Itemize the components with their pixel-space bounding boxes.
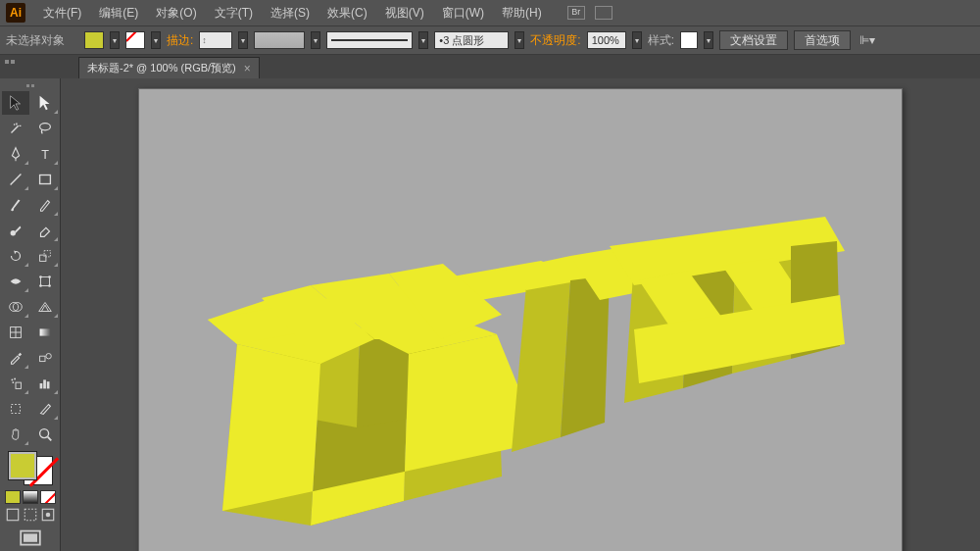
svg-rect-7 [40,277,49,286]
preferences-button[interactable]: 首选项 [794,30,851,50]
paintbrush-tool[interactable] [2,193,29,217]
pencil-tool[interactable] [31,193,59,217]
svg-point-22 [14,378,16,380]
svg-rect-24 [39,383,42,388]
screen-mode-button[interactable] [17,527,44,551]
close-tab-icon[interactable]: × [244,62,251,75]
eraser-tool[interactable] [31,219,59,242]
svg-line-2 [10,175,21,185]
svg-rect-20 [16,383,21,389]
draw-behind-icon[interactable] [23,508,38,522]
stroke-profile-dropdown[interactable]: ▾ [418,31,428,49]
artboard-tool[interactable] [2,397,29,421]
gradient-tool[interactable] [31,321,59,344]
stroke-label[interactable]: 描边: [167,32,193,49]
stroke-weight-dropdown[interactable]: ▾ [238,31,248,49]
type-tool[interactable]: T [31,142,59,166]
fill-swatch[interactable] [84,31,104,49]
svg-rect-25 [43,380,46,389]
symbol-sprayer-tool[interactable] [2,372,29,395]
style-label: 样式: [648,32,674,49]
shape-builder-tool[interactable] [2,295,29,319]
line-tool[interactable] [2,168,29,191]
eyedropper-tool[interactable] [2,346,29,370]
draw-normal-icon[interactable] [5,508,21,522]
svg-point-33 [45,513,50,518]
selection-status: 未选择对象 [6,32,65,49]
opacity-field[interactable]: 100% [587,31,626,49]
menu-edit[interactable]: 编辑(E) [91,1,146,25]
document-tab[interactable]: 未标题-2* @ 100% (RGB/预览) × [78,57,260,78]
toolbox-drag-handle[interactable] [0,82,60,89]
menu-window[interactable]: 窗口(W) [434,1,492,25]
free-transform-tool[interactable] [31,270,59,293]
lasso-tool[interactable] [31,117,59,140]
svg-point-23 [12,382,14,384]
svg-point-0 [39,124,50,130]
menu-file[interactable]: 文件(F) [35,1,89,25]
direct-selection-tool[interactable] [31,91,59,115]
perspective-grid-tool[interactable] [31,295,59,319]
svg-rect-31 [24,509,35,520]
graphic-style-swatch[interactable] [680,31,698,49]
svg-rect-35 [24,533,37,541]
gradient-mode-icon[interactable] [23,490,38,504]
fill-dropdown[interactable]: ▾ [110,31,120,49]
hand-tool[interactable] [2,423,29,446]
menu-view[interactable]: 视图(V) [377,1,432,25]
opacity-label[interactable]: 不透明度: [530,32,580,49]
draw-inside-icon[interactable] [40,508,56,522]
fill-color-swatch[interactable] [9,452,36,479]
zoom-tool[interactable] [31,423,59,446]
color-mode-icon[interactable] [5,490,21,504]
blend-tool[interactable] [31,346,59,370]
toolbox: T [0,78,61,551]
menu-bar: Ai 文件(F) 编辑(E) 对象(O) 文字(T) 选择(S) 效果(C) 视… [0,0,980,25]
blob-brush-tool[interactable] [2,219,29,242]
control-bar: 未选择对象 ▾ ▾ 描边: ↕ ▾ ▾ ▾ • 3 点圆形 ▾ 不透明度: 10… [0,25,980,55]
brush-definition[interactable]: • 3 点圆形 [434,31,509,49]
slice-tool[interactable] [31,397,59,421]
menu-type[interactable]: 文字(T) [207,1,261,25]
none-mode-icon[interactable] [40,490,56,504]
svg-point-9 [48,276,51,279]
brush-dropdown[interactable]: ▾ [514,31,524,49]
stroke-dropdown[interactable]: ▾ [151,31,161,49]
stroke-swatch[interactable] [125,31,145,49]
svg-point-10 [39,285,42,288]
canvas-area[interactable] [61,78,980,551]
opacity-dropdown[interactable]: ▾ [632,31,642,49]
svg-rect-6 [44,251,50,257]
svg-rect-18 [39,357,44,362]
selection-tool[interactable] [2,91,29,115]
mesh-tool[interactable] [2,321,29,344]
style-dropdown[interactable]: ▾ [704,31,713,49]
rectangle-tool[interactable] [31,168,59,191]
pen-tool[interactable] [2,142,29,166]
document-setup-button[interactable]: 文档设置 [719,30,788,50]
panel-drag-handle[interactable] [0,57,20,67]
svg-point-4 [10,230,15,235]
artboard[interactable] [138,88,903,551]
column-graph-tool[interactable] [31,372,59,395]
stroke-profile[interactable] [326,31,413,49]
arrange-docs-icon[interactable] [595,6,612,20]
menu-effect[interactable]: 效果(C) [319,1,375,25]
menu-select[interactable]: 选择(S) [263,1,318,25]
magic-wand-tool[interactable] [2,117,29,140]
scale-tool[interactable] [31,244,59,268]
menu-object[interactable]: 对象(O) [148,1,204,25]
rotate-tool[interactable] [2,244,29,268]
menu-help[interactable]: 帮助(H) [494,1,550,25]
stroke-weight-field[interactable]: ↕ [199,31,232,49]
fill-stroke-picker[interactable] [9,452,52,484]
width-tool[interactable] [2,270,29,293]
svg-rect-26 [46,382,49,389]
bridge-icon[interactable]: Br [567,6,585,20]
svg-point-8 [39,276,42,279]
svg-point-21 [11,379,13,381]
stroke-varwidth-dropdown[interactable]: ▾ [311,31,320,49]
stroke-varwidth[interactable] [254,31,305,49]
svg-text:T: T [41,148,49,162]
align-dropdown-icon[interactable]: ⊫▾ [857,32,878,48]
